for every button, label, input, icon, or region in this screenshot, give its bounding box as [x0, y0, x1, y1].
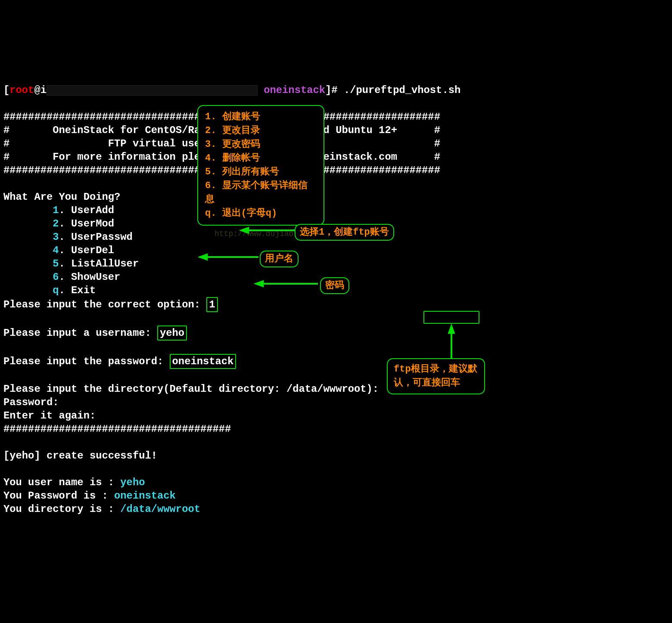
arrow-username-icon — [198, 253, 258, 261]
prompt-user: root — [9, 84, 34, 96]
menu-num-4: 4 — [53, 245, 59, 256]
prompt-at: @i — [34, 84, 47, 96]
annot-dir-text: ftp根目录，建议默认，可直接回车 — [394, 363, 478, 390]
annotation-username-label: 用户名 — [260, 251, 299, 267]
password-echo2: Enter it again: — [3, 410, 96, 422]
result-pw-pre: You Password is : — [3, 490, 114, 502]
username-input[interactable]: yeho — [157, 325, 187, 341]
prompt-dir: oneinstack — [264, 84, 325, 96]
result-name-val: yeho — [120, 477, 145, 488]
success-message: [yeho] create successful! — [3, 450, 157, 462]
annot-menu-5: 5. 列出所有账号 — [205, 165, 317, 179]
menu-label-6: ShowUser — [71, 271, 120, 283]
annotation-option-label: 选择1，创建ftp账号 — [295, 224, 394, 241]
option-input[interactable]: 1 — [206, 297, 218, 312]
arrow-option-icon — [240, 226, 295, 235]
annot-menu-3: 3. 更改密码 — [205, 138, 317, 152]
menu-label-q: Exit — [71, 285, 96, 296]
menu-num-1: 1 — [53, 205, 59, 216]
menu-label-5: ListAllUser — [71, 258, 139, 270]
menu-label-1: UserAdd — [71, 205, 114, 216]
menu-num-q: q — [53, 285, 59, 296]
annotation-directory-label: ftp根目录，建议默认，可直接回车 — [387, 358, 485, 394]
prompt-lbracket: [ — [3, 84, 9, 96]
result-dir-val: /data/wwwroot — [120, 503, 200, 515]
result-dir-pre: You directory is : — [3, 503, 120, 515]
prompt-rbracket: ]# — [325, 84, 344, 96]
svg-marker-7 — [448, 324, 455, 334]
menu-num-3: 3 — [53, 231, 59, 243]
annot-menu-4: 4. 删除帐号 — [205, 152, 317, 165]
result-pw-val: oneinstack — [114, 490, 176, 502]
hash-short: ##################################### — [3, 423, 231, 435]
arrow-password-icon — [254, 279, 318, 288]
password-echo1: Password: — [3, 397, 59, 408]
menu-num-5: 5 — [53, 258, 59, 270]
username-prompt: Please input a username: — [3, 327, 157, 339]
annot-menu-2: 2. 更改目录 — [205, 124, 317, 138]
menu-num-2: 2 — [53, 218, 59, 229]
menu-label-3: UserPasswd — [71, 231, 133, 243]
directory-input[interactable] — [423, 311, 479, 324]
annotation-menu-translations: 1. 创建账号 2. 更改目录 3. 更改密码 4. 删除帐号 5. 列出所有账… — [197, 105, 324, 226]
menu-question: What Are You Doing? — [3, 191, 120, 203]
arrow-directory-icon — [447, 324, 456, 359]
directory-prompt: Please input the directory(Default direc… — [3, 383, 379, 395]
svg-marker-3 — [198, 254, 208, 260]
menu-label-2: UserMod — [71, 218, 114, 229]
menu-num-6: 6 — [53, 271, 59, 283]
menu-label-4: UserDel — [71, 245, 114, 256]
password-input[interactable]: oneinstack — [170, 354, 236, 369]
annotation-password-label: 密码 — [320, 277, 349, 294]
annot-menu-6: 6. 显示某个账号详细信息 — [205, 179, 317, 207]
svg-marker-1 — [240, 227, 249, 234]
svg-marker-5 — [254, 280, 264, 287]
command-text: ./pureftpd_vhost.sh — [344, 84, 460, 96]
annot-menu-1: 1. 创建账号 — [205, 110, 317, 124]
option-prompt: Please input the correct option: — [3, 299, 206, 310]
result-name-pre: You user name is : — [3, 477, 120, 488]
hostname-redacted — [47, 85, 258, 96]
password-prompt: Please input the password: — [3, 356, 170, 367]
annot-menu-q: q. 退出(字母q) — [205, 207, 317, 220]
